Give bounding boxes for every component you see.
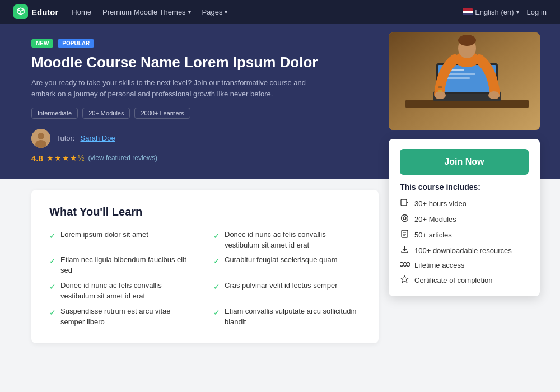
check-icon: ✓ — [49, 281, 56, 292]
star-rating: ★★★★½ — [46, 153, 85, 162]
svg-point-14 — [488, 91, 500, 99]
badge-new: NEW — [31, 39, 53, 48]
nav-themes[interactable]: Premium Moodle Themes ▾ — [102, 8, 191, 16]
nav-right: English (en) ▾ Log in — [463, 8, 547, 16]
hero-description: Are you ready to take your skills to the… — [31, 77, 323, 100]
logo-icon — [13, 4, 28, 19]
check-icon: ✓ — [213, 307, 220, 318]
learn-item: ✓ Etiam convallis vulputate arcu sollici… — [213, 306, 361, 328]
logo[interactable]: Edutor — [13, 4, 58, 19]
hero-left: NEW POPULAR Moodle Course Name Lorem Ips… — [31, 39, 356, 163]
svg-rect-17 — [438, 86, 442, 88]
hero-image-area — [389, 32, 540, 130]
check-icon: ✓ — [49, 230, 56, 241]
learn-item: ✓ Curabitur feugiat scelerisque quam — [213, 255, 361, 276]
chevron-down-icon: ▾ — [516, 9, 519, 15]
badge-popular: POPULAR — [58, 39, 94, 48]
reviews-link[interactable]: (view featured reviews) — [88, 154, 157, 162]
logo-text: Edutor — [31, 7, 58, 17]
tutor-row: Tutor: Sarah Doe — [31, 129, 356, 148]
svg-point-16 — [458, 35, 476, 46]
learn-item: ✓ Lorem ipsum dolor sit amet — [49, 230, 197, 251]
learn-card: What You'll Learn ✓ Lorem ipsum dolor si… — [31, 190, 379, 343]
tag-learners: 2000+ Learners — [134, 108, 190, 119]
rating-row: 4.8 ★★★★½ (view featured reviews) — [31, 153, 356, 163]
hero-image — [389, 32, 540, 130]
badge-row: NEW POPULAR — [31, 39, 356, 48]
tag-modules: 20+ Modules — [82, 108, 130, 119]
check-icon: ✓ — [213, 230, 220, 241]
main-content: What You'll Learn ✓ Lorem ipsum dolor si… — [0, 179, 560, 354]
svg-rect-18 — [438, 90, 442, 92]
language-selector[interactable]: English (en) ▾ — [463, 8, 519, 16]
tutor-label: Tutor: — [56, 134, 74, 142]
learn-grid: ✓ Lorem ipsum dolor sit amet ✓ Donec id … — [49, 230, 361, 328]
svg-point-1 — [38, 133, 44, 139]
join-now-button[interactable]: Join Now — [400, 149, 529, 175]
tag-level: Intermediate — [31, 108, 78, 119]
navbar: Edutor Home Premium Moodle Themes ▾ Page… — [0, 0, 560, 24]
check-icon: ✓ — [49, 307, 56, 318]
learn-title: What You'll Learn — [49, 206, 361, 218]
chevron-down-icon: ▾ — [225, 9, 227, 15]
flag-icon — [463, 8, 473, 15]
nav-links: Home Premium Moodle Themes ▾ Pages ▾ — [72, 8, 449, 16]
nav-home[interactable]: Home — [72, 8, 91, 16]
learn-item: ✓ Donec id nunc ac felis convallis vesti… — [213, 230, 361, 251]
tutor-name-link[interactable]: Sarah Doe — [80, 134, 115, 142]
svg-point-13 — [435, 91, 446, 99]
learn-item: ✓ Cras pulvinar velit id lectus semper — [213, 281, 361, 302]
learn-item: ✓ Etiam nec ligula bibendum faucibus eli… — [49, 255, 197, 276]
chevron-down-icon: ▾ — [188, 9, 191, 15]
check-icon: ✓ — [213, 281, 220, 292]
hero-image-inner — [389, 32, 540, 130]
avatar — [31, 129, 50, 148]
hero-title: Moodle Course Name Lorem Ipsum Dolor — [31, 53, 356, 72]
nav-pages[interactable]: Pages ▾ — [202, 8, 228, 16]
check-icon: ✓ — [49, 255, 56, 267]
hero-section: NEW POPULAR Moodle Course Name Lorem Ips… — [0, 24, 560, 179]
login-button[interactable]: Log in — [527, 8, 547, 16]
learn-item: ✓ Suspendisse rutrum est arcu vitae semp… — [49, 306, 197, 328]
learn-item: ✓ Donec id nunc ac felis convallis vesti… — [49, 281, 197, 302]
hero-tags: Intermediate 20+ Modules 2000+ Learners — [31, 108, 356, 119]
check-icon: ✓ — [213, 255, 220, 267]
rating-number: 4.8 — [31, 153, 43, 163]
